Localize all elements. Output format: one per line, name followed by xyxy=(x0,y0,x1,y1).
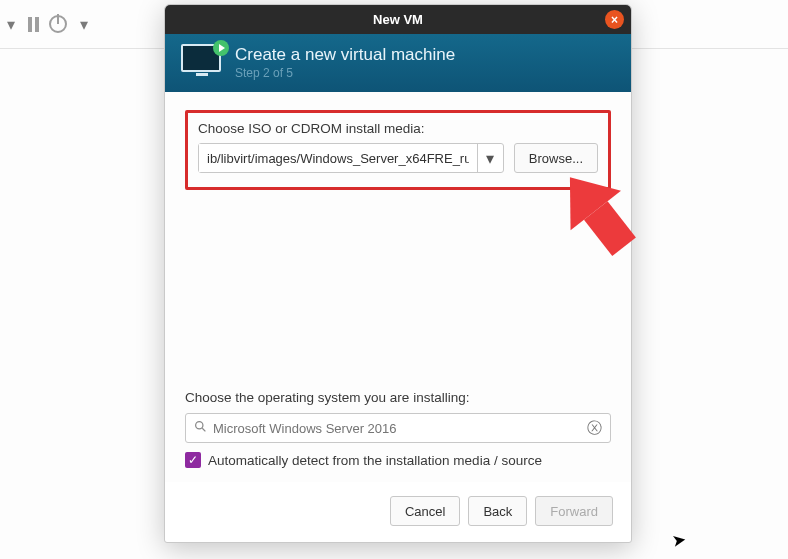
svg-line-1 xyxy=(202,428,205,431)
vm-icon xyxy=(181,44,223,80)
iso-path-combo[interactable]: ▾ xyxy=(198,143,504,173)
wizard-title: Create a new virtual machine xyxy=(235,45,455,65)
power-icon[interactable] xyxy=(49,15,67,33)
wizard-step: Step 2 of 5 xyxy=(235,66,455,80)
os-label: Choose the operating system you are inst… xyxy=(185,390,611,405)
close-icon: × xyxy=(611,13,618,27)
new-vm-dialog: New VM × Create a new virtual machine St… xyxy=(164,4,632,543)
chevron-down-icon[interactable]: ▾ xyxy=(4,15,18,34)
iso-label: Choose ISO or CDROM install media: xyxy=(198,121,598,136)
checkbox-checked-icon[interactable]: ✓ xyxy=(185,452,201,468)
forward-button[interactable]: Forward xyxy=(535,496,613,526)
auto-detect-row[interactable]: ✓ Automatically detect from the installa… xyxy=(185,452,611,468)
svg-point-0 xyxy=(196,422,203,429)
wizard-header: Create a new virtual machine Step 2 of 5 xyxy=(165,34,631,92)
browse-button[interactable]: Browse... xyxy=(514,143,598,173)
back-button[interactable]: Back xyxy=(468,496,527,526)
chevron-down-icon[interactable]: ▾ xyxy=(77,15,91,34)
clear-icon[interactable]: ⓧ xyxy=(587,419,602,438)
iso-section-highlight: Choose ISO or CDROM install media: ▾ Bro… xyxy=(185,110,611,190)
iso-path-input[interactable] xyxy=(199,144,477,172)
pause-icon[interactable] xyxy=(28,17,39,32)
dialog-footer: Cancel Back Forward xyxy=(165,482,631,542)
window-title: New VM xyxy=(373,12,423,27)
os-search-input[interactable] xyxy=(213,421,581,436)
titlebar: New VM × xyxy=(165,5,631,34)
close-button[interactable]: × xyxy=(605,10,624,29)
cursor-icon: ➤ xyxy=(670,529,687,552)
auto-detect-label: Automatically detect from the installati… xyxy=(208,453,542,468)
cancel-button[interactable]: Cancel xyxy=(390,496,460,526)
os-search-field[interactable]: ⓧ xyxy=(185,413,611,443)
search-icon xyxy=(194,420,207,436)
chevron-down-icon[interactable]: ▾ xyxy=(477,144,503,172)
